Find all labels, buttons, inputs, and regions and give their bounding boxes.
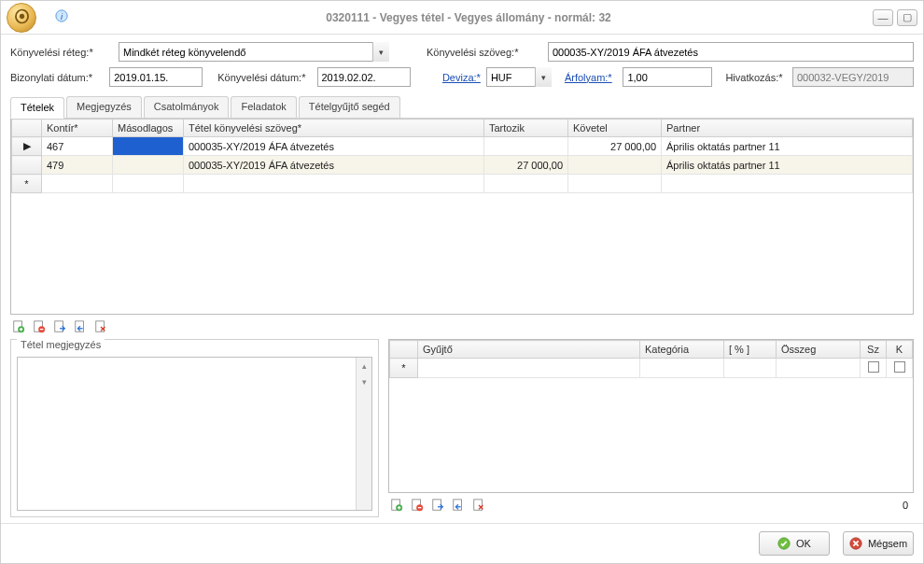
cell-kovetel[interactable]: 27 000,00: [568, 137, 662, 156]
row-marker: [12, 156, 42, 175]
cell-szoveg[interactable]: 000035-XY/2019 ÁFA átvezetés: [184, 156, 484, 175]
form-row-2: Bizonylati dátum:* Könyvelési dátum:* De…: [10, 67, 914, 87]
col-osszeg[interactable]: Összeg: [777, 341, 861, 359]
bizdatum-input[interactable]: [109, 67, 203, 87]
sub-toolstrip: [388, 493, 487, 517]
col-pct[interactable]: [ % ]: [724, 341, 777, 359]
svg-rect-8: [96, 321, 105, 331]
tab-tetelgyujto[interactable]: Tételgyűjtő segéd: [299, 96, 400, 118]
arfolyam-input[interactable]: [623, 67, 712, 87]
info-icon[interactable]: i: [55, 9, 68, 25]
col-kategoria[interactable]: Kategória: [640, 341, 724, 359]
col-kovetel[interactable]: Követel: [568, 120, 662, 137]
tabstrip: Tételek Megjegyzés Csatolmányok Feladato…: [10, 96, 914, 119]
bizdatum-label: Bizonylati dátum:*: [10, 72, 104, 83]
reteg-value[interactable]: [119, 42, 389, 62]
col-kontir[interactable]: Kontír*: [42, 120, 113, 137]
row-marker: *: [390, 359, 418, 378]
add-icon[interactable]: [10, 318, 27, 335]
scrollbar[interactable]: ▴ ▾: [356, 358, 371, 510]
col-gyujto[interactable]: Gyűjtő: [418, 341, 640, 359]
szoveg-input[interactable]: [548, 42, 914, 62]
cell-szoveg[interactable]: 000035-XY/2019 ÁFA átvezetés: [184, 137, 484, 156]
delete-icon[interactable]: [92, 318, 109, 335]
reteg-label: Könyvelési réteg:*: [10, 47, 113, 58]
cell-partner[interactable]: Április oktatás partner 11: [662, 156, 913, 175]
checkbox-k[interactable]: [894, 361, 905, 373]
cell-tartozik[interactable]: 27 000,00: [484, 156, 568, 175]
row-marker: ▶: [12, 137, 42, 156]
cell-kontir[interactable]: 467: [42, 137, 113, 156]
notes-groupbox: Tétel megjegyzés ▴ ▾: [10, 339, 379, 517]
svg-rect-15: [474, 500, 483, 510]
row-marker: *: [12, 175, 42, 193]
ok-button[interactable]: OK: [759, 531, 830, 556]
subgrid-counter: 0: [487, 498, 914, 513]
subgrid-header-row: Gyűjtő Kategória [ % ] Összeg Sz K: [390, 341, 913, 359]
tab-csatolmanyok[interactable]: Csatolmányok: [144, 96, 230, 118]
konyvdatum-input[interactable]: [317, 67, 411, 87]
minimize-button[interactable]: —: [873, 9, 893, 26]
hivatkozas-input: [792, 67, 914, 87]
tab-tetelek[interactable]: Tételek: [10, 97, 64, 119]
konyvdatum-label: Könyvelési dátum:*: [217, 72, 311, 83]
arfolyam-link[interactable]: Árfolyam:*: [565, 72, 618, 83]
cancel-button[interactable]: Mégsem: [843, 531, 914, 556]
cancel-label: Mégsem: [868, 538, 907, 549]
notes-textarea[interactable]: ▴ ▾: [17, 357, 372, 511]
reteg-select[interactable]: ▾: [119, 42, 389, 62]
col-masodlagos[interactable]: Másodlagos: [113, 120, 184, 137]
remove-icon[interactable]: [31, 318, 48, 335]
table-row[interactable]: 479 000035-XY/2019 ÁFA átvezetés 27 000,…: [12, 156, 913, 175]
app-logo: ⦿: [7, 3, 36, 33]
window-root: ⦿ i 0320111 - Vegyes tétel - Vegyes állo…: [0, 0, 924, 564]
cell-masodlagos[interactable]: [113, 156, 184, 175]
dialog-button-bar: OK Mégsem: [1, 523, 923, 563]
delete-icon[interactable]: [470, 497, 487, 514]
import-icon[interactable]: [51, 318, 68, 335]
cell-partner[interactable]: Április oktatás partner 11: [662, 137, 913, 156]
svg-rect-13: [433, 500, 441, 510]
table-row[interactable]: ▶ 467 000035-XY/2019 ÁFA átvezetés 27 00…: [12, 137, 913, 156]
svg-rect-6: [55, 321, 63, 331]
add-icon[interactable]: [388, 497, 405, 514]
cancel-icon: [849, 537, 862, 550]
main-grid[interactable]: Kontír* Másodlagos Tétel könyvelési szöv…: [10, 119, 914, 315]
deviza-link[interactable]: Deviza:*: [437, 72, 481, 83]
grid-header-row: Kontír* Másodlagos Tétel könyvelési szöv…: [12, 120, 913, 137]
window-title: 0320111 - Vegyes tétel - Vegyes állomány…: [68, 11, 869, 24]
szoveg-label: Könyvelési szöveg:*: [427, 47, 542, 58]
table-row-new[interactable]: *: [12, 175, 913, 193]
notes-legend: Tétel megjegyzés: [17, 339, 105, 350]
import-icon[interactable]: [429, 497, 446, 514]
cell-masodlagos[interactable]: [113, 137, 184, 156]
maximize-button[interactable]: ▢: [897, 9, 917, 26]
cell-tartozik[interactable]: [484, 137, 568, 156]
deviza-select[interactable]: ▾: [486, 67, 552, 87]
export-icon[interactable]: [72, 318, 89, 335]
main-toolstrip: [10, 315, 914, 339]
checkbox-sz[interactable]: [868, 361, 879, 373]
col-partner[interactable]: Partner: [662, 120, 913, 137]
ok-label: OK: [796, 538, 811, 549]
chevron-down-icon[interactable]: ▾: [372, 42, 389, 62]
table-row-new[interactable]: *: [390, 359, 913, 378]
col-szoveg[interactable]: Tétel könyvelési szöveg*: [184, 120, 484, 137]
sub-grid[interactable]: Gyűjtő Kategória [ % ] Összeg Sz K *: [388, 339, 914, 493]
export-icon[interactable]: [450, 497, 467, 514]
chevron-down-icon[interactable]: ▾: [535, 67, 552, 87]
cell-kontir[interactable]: 479: [42, 156, 113, 175]
scroll-up-icon[interactable]: ▴: [357, 358, 371, 374]
cell-kovetel[interactable]: [568, 156, 662, 175]
hivatkozas-label: Hivatkozás:*: [725, 72, 787, 83]
col-k[interactable]: K: [887, 341, 913, 359]
col-sz[interactable]: Sz: [861, 341, 887, 359]
remove-icon[interactable]: [409, 497, 426, 514]
scroll-down-icon[interactable]: ▾: [357, 374, 371, 389]
tab-megjegyzes[interactable]: Megjegyzés: [66, 96, 142, 118]
titlebar: ⦿ i 0320111 - Vegyes tétel - Vegyes állo…: [1, 1, 923, 35]
tab-feladatok[interactable]: Feladatok: [231, 96, 296, 118]
col-tartozik[interactable]: Tartozik: [484, 120, 568, 137]
check-icon: [777, 537, 791, 550]
form-row-1: Könyvelési réteg:* ▾ Könyvelési szöveg:*: [10, 42, 914, 62]
